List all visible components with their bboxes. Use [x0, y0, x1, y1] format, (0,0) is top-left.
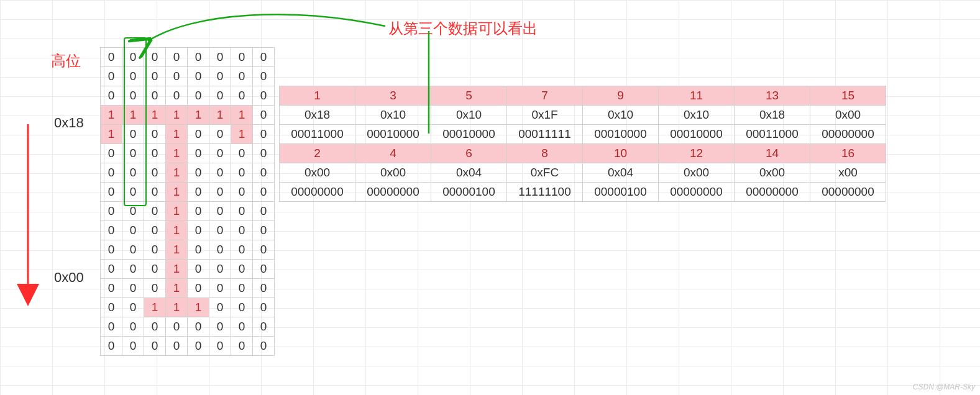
- bit-cell: 0: [231, 240, 253, 260]
- annotation-title: 从第三个数据可以看出: [388, 19, 538, 39]
- bit-cell: 0: [188, 202, 209, 221]
- bit-cell: 0: [144, 125, 166, 144]
- bit-cell: 0: [144, 221, 166, 240]
- byte-cell: 0x00: [280, 163, 355, 183]
- bit-cell: 1: [231, 125, 253, 144]
- bit-cell: 1: [101, 125, 122, 144]
- bit-cell: 0: [209, 67, 231, 86]
- bit-cell: 0: [253, 260, 275, 279]
- bit-cell: 1: [166, 279, 188, 298]
- bit-cell: 0: [101, 202, 122, 221]
- byte-cell: 12: [659, 144, 735, 163]
- bit-cell: 0: [122, 317, 144, 337]
- bit-cell: 0: [122, 337, 144, 356]
- bit-cell: 0: [101, 298, 122, 317]
- green-column-highlight: [124, 37, 147, 206]
- bit-cell: 0: [253, 183, 275, 202]
- byte-cell: 10: [583, 144, 659, 163]
- byte-cell: 0xFC: [507, 163, 583, 183]
- bit-cell: 1: [166, 163, 188, 183]
- bit-cell: 1: [166, 183, 188, 202]
- byte-cell: 00010000: [355, 125, 431, 144]
- bit-cell: 0: [231, 48, 253, 67]
- byte-cell: 00011000: [735, 125, 810, 144]
- byte-cell: 13: [735, 86, 810, 106]
- bit-cell: 0: [209, 317, 231, 337]
- bit-cell: 1: [166, 202, 188, 221]
- bit-cell: 0: [209, 144, 231, 163]
- byte-cell: 0x04: [431, 163, 507, 183]
- bit-cell: 0: [188, 337, 209, 356]
- byte-cell: 5: [431, 86, 507, 106]
- bit-cell: 0: [122, 221, 144, 240]
- bit-cell: 1: [188, 298, 209, 317]
- bit-cell: 0: [231, 298, 253, 317]
- bit-cell: 0: [101, 337, 122, 356]
- bit-cell: 1: [231, 106, 253, 125]
- bit-cell: 0: [166, 86, 188, 106]
- byte-cell: 1: [280, 86, 355, 106]
- bit-cell: 0: [144, 317, 166, 337]
- bit-cell: 1: [166, 240, 188, 260]
- byte-cell: 0x18: [735, 106, 810, 125]
- bit-cell: 0: [253, 221, 275, 240]
- bit-cell: 0: [209, 183, 231, 202]
- bit-cell: 0: [209, 298, 231, 317]
- bit-cell: 0: [101, 48, 122, 67]
- bit-cell: 0: [231, 260, 253, 279]
- bit-cell: 0: [231, 144, 253, 163]
- byte-cell: 0x10: [659, 106, 735, 125]
- byte-cell: 00000000: [355, 183, 431, 202]
- bit-cell: 0: [144, 240, 166, 260]
- bit-cell: 0: [144, 202, 166, 221]
- bit-cell: 0: [144, 163, 166, 183]
- byte-cell: 3: [355, 86, 431, 106]
- bit-cell: 0: [122, 240, 144, 260]
- byte-cell: 00010000: [431, 125, 507, 144]
- bit-cell: 0: [231, 183, 253, 202]
- byte-cell: 0x00: [659, 163, 735, 183]
- byte-cell: 00000100: [583, 183, 659, 202]
- bit-cell: 0: [144, 48, 166, 67]
- bit-cell: 0: [101, 67, 122, 86]
- bit-cell: 0: [209, 337, 231, 356]
- bit-cell: 1: [144, 106, 166, 125]
- byte-cell: 0x10: [355, 106, 431, 125]
- byte-cell: 00011111: [507, 125, 583, 144]
- byte-cell: 2: [280, 144, 355, 163]
- bit-cell: 0: [253, 48, 275, 67]
- bit-cell: 0: [209, 202, 231, 221]
- byte-cell: 0x00: [810, 106, 886, 125]
- bit-cell: 1: [166, 106, 188, 125]
- bit-cell: 1: [166, 260, 188, 279]
- bit-cell: 0: [101, 144, 122, 163]
- bit-cell: 0: [144, 67, 166, 86]
- bit-cell: 0: [253, 298, 275, 317]
- bit-cell: 0: [231, 163, 253, 183]
- bit-cell: 1: [144, 298, 166, 317]
- bit-cell: 0: [209, 86, 231, 106]
- bit-cell: 0: [101, 240, 122, 260]
- bit-cell: 0: [188, 317, 209, 337]
- byte-cell: 00010000: [583, 125, 659, 144]
- byte-cell: 9: [583, 86, 659, 106]
- bit-cell: 0: [122, 279, 144, 298]
- byte-cell: 0x1F: [507, 106, 583, 125]
- bit-cell: 0: [188, 260, 209, 279]
- bit-cell: 0: [101, 163, 122, 183]
- bit-cell: 1: [166, 298, 188, 317]
- bit-cell: 0: [188, 67, 209, 86]
- byte-cell: 11: [659, 86, 735, 106]
- bit-cell: 0: [101, 260, 122, 279]
- bit-cell: 0: [188, 86, 209, 106]
- bit-cell: 0: [188, 279, 209, 298]
- bit-cell: 0: [209, 279, 231, 298]
- byte-cell: 00011000: [280, 125, 355, 144]
- byte-cell: 0x04: [583, 163, 659, 183]
- bit-cell: 0: [209, 163, 231, 183]
- bit-cell: 0: [188, 221, 209, 240]
- bit-cell: 0: [188, 48, 209, 67]
- bit-cell: 0: [253, 67, 275, 86]
- bit-cell: 0: [231, 279, 253, 298]
- bit-cell: 0: [188, 240, 209, 260]
